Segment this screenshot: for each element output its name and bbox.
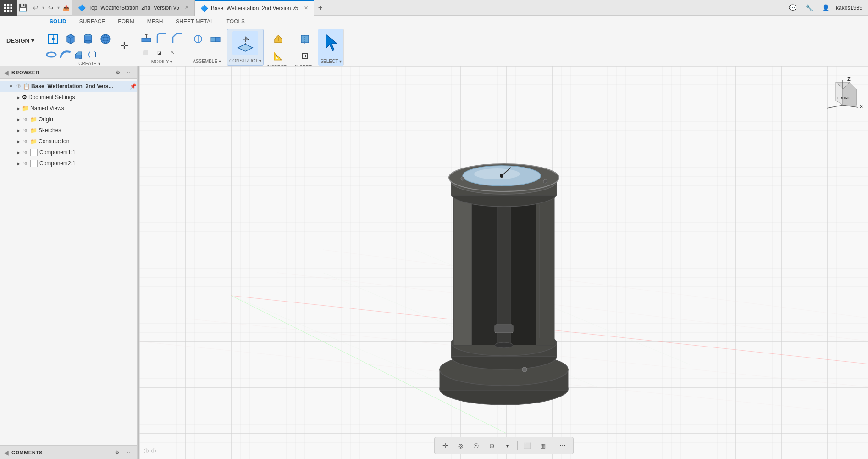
- expand-component2[interactable]: ▶: [15, 158, 22, 169]
- move-pan-button[interactable]: ✛: [438, 439, 452, 452]
- notifications-button[interactable]: 💬: [786, 0, 799, 16]
- pipe-button[interactable]: [59, 48, 72, 61]
- zoom-dropdown[interactable]: ▾: [501, 439, 514, 452]
- cylinder-button[interactable]: [80, 31, 96, 47]
- 3d-model-area: [139, 66, 868, 459]
- orbit-button[interactable]: ☉: [470, 439, 483, 452]
- view-cube-svg: Z X FRONT: [822, 75, 863, 117]
- sidebar-title: BROWSER: [11, 70, 111, 75]
- tree-item-sketches[interactable]: ▶ 👁 📁 Sketches: [0, 125, 137, 136]
- tree-item-root[interactable]: ▼ 👁 📋 Base_Wetterstation_2nd Vers... 📌: [0, 81, 137, 92]
- expand-doc-settings[interactable]: ▶: [15, 92, 22, 103]
- vis-icon-sketches[interactable]: 👁: [22, 125, 30, 136]
- pin-icon-root[interactable]: 📌: [129, 81, 137, 92]
- create-group: ✛ CREATE ▾: [43, 29, 136, 66]
- sphere-button[interactable]: [97, 31, 114, 47]
- help-button[interactable]: 🔧: [803, 0, 816, 16]
- tab-sheet-metal[interactable]: SHEET METAL: [169, 16, 220, 28]
- extrude-button[interactable]: [72, 48, 85, 61]
- svg-rect-22: [75, 55, 82, 58]
- svg-point-63: [474, 168, 520, 179]
- tab-surface[interactable]: SURFACE: [73, 16, 112, 28]
- expand-origin[interactable]: ▶: [15, 114, 22, 125]
- tree-item-construction[interactable]: ▶ 👁 📁 Construction: [0, 136, 137, 147]
- save-button[interactable]: 💾: [17, 0, 29, 16]
- tab-top-weather[interactable]: 🔷 Top_WeatherStation_2nd_Version v5 ✕: [72, 0, 195, 16]
- display-settings-button[interactable]: ⬜: [520, 439, 534, 452]
- construct-plane-button[interactable]: [232, 31, 258, 55]
- press-pull-button[interactable]: [139, 31, 154, 45]
- inspect-icon1[interactable]: [270, 31, 287, 47]
- sidebar-expand-button[interactable]: ↔: [124, 68, 133, 77]
- sidebar-settings-button[interactable]: ⚙: [113, 68, 122, 77]
- tab-mesh[interactable]: MESH: [141, 16, 170, 28]
- svg-rect-4: [7, 6, 10, 9]
- comments-expand-button[interactable]: ↔: [124, 448, 133, 457]
- vis-icon-construction[interactable]: 👁: [22, 136, 30, 147]
- box-button[interactable]: [62, 31, 79, 47]
- comments-panel[interactable]: ◀ COMMENTS ⚙ ↔: [0, 445, 137, 459]
- checkbox-component1[interactable]: [30, 149, 38, 156]
- chamfer-button[interactable]: [170, 31, 185, 45]
- insert-icon2[interactable]: 🖼: [297, 48, 313, 65]
- new-tab-button[interactable]: +: [314, 0, 327, 16]
- assemble-label[interactable]: ASSEMBLE ▾: [193, 59, 221, 64]
- tree-item-doc-settings[interactable]: ▶ ⚙ Document Settings: [0, 92, 137, 103]
- tab-base-wetter[interactable]: 🔷 Base_Wetterstation_2nd Version v5 ✕: [195, 0, 314, 16]
- fillet-button[interactable]: [155, 31, 169, 45]
- vis-icon-root[interactable]: 👁: [15, 81, 23, 92]
- comments-settings-button[interactable]: ⚙: [112, 448, 122, 457]
- tree-item-origin[interactable]: ▶ 👁 📁 Origin: [0, 114, 137, 125]
- tree-item-component2[interactable]: ▶ 👁 Component2:1: [0, 158, 137, 169]
- create-label[interactable]: CREATE ▾: [78, 61, 100, 66]
- save-to-cloud-button[interactable]: 📤: [60, 0, 72, 16]
- tree-item-named-views[interactable]: ▶ 📁 Named Views: [0, 103, 137, 114]
- vis-icon-origin[interactable]: 👁: [22, 114, 30, 125]
- scale-button[interactable]: ⤡: [166, 46, 179, 59]
- select-icon[interactable]: [321, 31, 341, 53]
- tab-form[interactable]: FORM: [111, 16, 140, 28]
- expand-construction[interactable]: ▶: [15, 136, 22, 147]
- new-component-button[interactable]: [45, 31, 61, 47]
- app-grid-button[interactable]: [0, 0, 17, 16]
- revolve-button[interactable]: [86, 48, 99, 61]
- construct-label[interactable]: CONSTRUCT ▾: [229, 58, 261, 63]
- shell-button[interactable]: ⬜: [139, 46, 152, 59]
- zoom-button[interactable]: ⊕: [485, 439, 499, 452]
- view-cube[interactable]: Z X FRONT: [822, 75, 859, 112]
- move-gizmo-button[interactable]: ✛: [115, 36, 134, 56]
- assemble-icon2[interactable]: [207, 31, 224, 47]
- viewport[interactable]: Z X FRONT ✛ ◎ ☉ ⊕: [139, 66, 868, 459]
- undo-button[interactable]: ↩: [29, 0, 42, 16]
- sidebar-collapse-icon[interactable]: ◀: [4, 69, 9, 76]
- more-options-button[interactable]: ⋯: [556, 439, 569, 452]
- grid-settings-button[interactable]: ▦: [536, 439, 550, 452]
- tab-tools[interactable]: TOOLS: [220, 16, 251, 28]
- close-tab-1[interactable]: ✕: [185, 5, 189, 11]
- svg-rect-28: [216, 37, 220, 42]
- checkbox-component2[interactable]: [30, 160, 38, 167]
- vis-icon-component1[interactable]: 👁: [22, 147, 30, 158]
- coordinates-display: ⓘ ⓘ: [144, 448, 156, 453]
- vis-icon-component2[interactable]: 👁: [22, 158, 30, 169]
- design-button[interactable]: DESIGN ▾: [0, 16, 41, 66]
- expand-component1[interactable]: ▶: [15, 147, 22, 158]
- inspect-icon2[interactable]: 📐: [270, 48, 287, 65]
- expand-named-views[interactable]: ▶: [15, 103, 22, 114]
- create-icons: ✛: [45, 31, 134, 61]
- modify-label[interactable]: MODIFY ▾: [151, 59, 172, 64]
- tree-item-component1[interactable]: ▶ 👁 Component1:1: [0, 147, 137, 158]
- draft-button[interactable]: ◪: [153, 46, 166, 59]
- expand-root[interactable]: ▼: [7, 81, 15, 92]
- assemble-icon1[interactable]: [190, 31, 206, 47]
- redo-button[interactable]: ↪: [44, 0, 57, 16]
- profile-button[interactable]: 👤: [819, 0, 832, 16]
- expand-sketches[interactable]: ▶: [15, 125, 22, 136]
- look-at-button[interactable]: ◎: [454, 439, 468, 452]
- close-tab-2[interactable]: ✕: [304, 5, 308, 11]
- torus-button[interactable]: [45, 48, 58, 61]
- select-label[interactable]: SELECT ▾: [320, 59, 342, 64]
- user-area: 💬 🔧 👤 kakos1989: [781, 0, 868, 16]
- insert-icon1[interactable]: [297, 31, 313, 47]
- tab-solid[interactable]: SOLID: [43, 16, 73, 28]
